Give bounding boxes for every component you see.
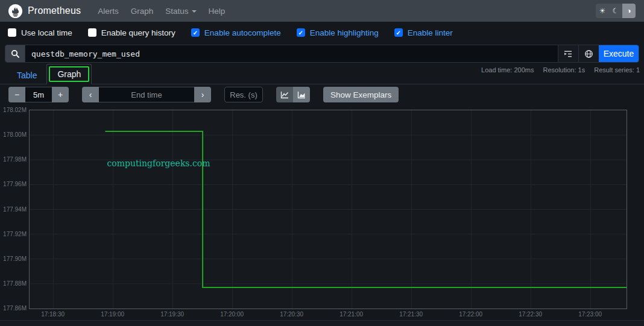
- brand[interactable]: Prometheus: [8, 4, 81, 18]
- x-tick-label: 17:19:00: [89, 311, 137, 318]
- dark-theme-button[interactable]: ☾: [609, 4, 622, 18]
- x-tick-label: 17:19:30: [148, 311, 197, 318]
- plot-area[interactable]: computingforgeeks.com: [29, 110, 627, 309]
- resolution-input[interactable]: [224, 87, 263, 102]
- query-bar: Execute: [5, 45, 639, 63]
- result-series-stat: Result series: 1: [594, 66, 640, 74]
- end-time-group: ‹ ›: [82, 87, 211, 102]
- moon-icon: ☾: [613, 7, 619, 15]
- enable-linter-checkbox[interactable]: Enable linter: [394, 28, 453, 37]
- panel-bottom-border: [0, 320, 644, 326]
- chevron-down-icon: [192, 10, 197, 13]
- resolution-stat: Resolution: 1s: [543, 66, 585, 74]
- y-tick-label: 178.02M: [3, 107, 27, 113]
- use-local-time-checkbox[interactable]: Use local time: [8, 28, 72, 37]
- y-tick-label: 177.98M: [3, 156, 27, 163]
- nav-item-alerts[interactable]: Alerts: [92, 7, 125, 16]
- y-tick-label: 177.86M: [3, 305, 27, 312]
- checkbox-icon: [394, 28, 403, 37]
- sun-icon: ☀: [599, 7, 606, 15]
- x-tick-label: 17:18:30: [29, 311, 77, 318]
- top-navbar: Prometheus Alerts Graph Status Help ☀ ☾ …: [0, 0, 644, 22]
- x-tick-label: 17:23:00: [566, 311, 614, 318]
- y-tick-label: 178.00M: [3, 131, 27, 138]
- nav-item-graph[interactable]: Graph: [125, 7, 160, 16]
- search-icon: [11, 49, 19, 58]
- circle-half-icon: ◑: [627, 7, 631, 15]
- checkbox-icon: [88, 28, 96, 37]
- decrease-range-button[interactable]: −: [8, 87, 25, 102]
- checkbox-icon: [297, 28, 305, 37]
- stacked-chart-button[interactable]: [293, 87, 310, 102]
- x-tick-label: 17:21:00: [327, 311, 376, 318]
- query-expression-input[interactable]: [25, 45, 558, 62]
- format-tree-icon: [564, 50, 573, 58]
- range-input-group: − +: [8, 87, 69, 102]
- checkbox-icon: [8, 28, 16, 37]
- watermark-text: computingforgeeks.com: [107, 158, 210, 168]
- x-tick-label: 17:20:00: [208, 311, 256, 318]
- x-tick-label: 17:22:30: [507, 311, 555, 318]
- auto-theme-button[interactable]: ◑: [622, 4, 636, 18]
- line-chart-button[interactable]: [276, 87, 293, 102]
- range-input[interactable]: [25, 87, 52, 102]
- y-tick-label: 177.96M: [3, 181, 27, 187]
- enable-highlighting-checkbox[interactable]: Enable highlighting: [297, 28, 379, 37]
- x-tick-label: 17:21:30: [387, 311, 435, 318]
- y-tick-label: 177.88M: [3, 280, 27, 287]
- stacked-chart-icon: [297, 91, 306, 99]
- brand-title: Prometheus: [28, 5, 81, 16]
- nav-menu: Alerts Graph Status Help: [92, 7, 231, 16]
- tab-graph[interactable]: Graph: [46, 64, 92, 84]
- tab-table[interactable]: Table: [7, 66, 46, 84]
- graph-controls: − + ‹ › Show Exemplars: [8, 87, 399, 102]
- chart-canvas: [30, 110, 627, 309]
- y-tick-label: 177.92M: [3, 231, 27, 237]
- y-tick-label: 177.94M: [3, 206, 27, 213]
- enable-query-history-checkbox[interactable]: Enable query history: [88, 28, 175, 37]
- execute-button[interactable]: Execute: [599, 45, 639, 62]
- show-exemplars-button[interactable]: Show Exemplars: [323, 87, 399, 102]
- format-expression-button[interactable]: [558, 45, 578, 62]
- time-back-button[interactable]: ‹: [82, 87, 99, 102]
- load-time-stat: Load time: 200ms: [481, 66, 534, 74]
- light-theme-button[interactable]: ☀: [596, 4, 609, 18]
- globe-icon: [584, 49, 593, 58]
- prometheus-logo-icon: [8, 4, 22, 18]
- x-tick-label: 17:20:30: [268, 311, 316, 318]
- enable-autocomplete-checkbox[interactable]: Enable autocomplete: [191, 28, 281, 37]
- checkbox-icon: [191, 28, 200, 37]
- time-forward-button[interactable]: ›: [194, 87, 211, 102]
- options-bar: Use local time Enable query history Enab…: [0, 22, 644, 43]
- end-time-input[interactable]: [99, 87, 194, 102]
- metrics-explorer-button[interactable]: [578, 45, 599, 62]
- line-chart-icon: [280, 91, 289, 99]
- chart-type-group: [276, 87, 310, 102]
- increase-range-button[interactable]: +: [52, 87, 69, 102]
- search-addon: [5, 45, 25, 62]
- y-tick-label: 177.90M: [3, 255, 27, 262]
- query-stats: Load time: 200ms Resolution: 1s Result s…: [481, 66, 640, 74]
- prometheus-app: Prometheus Alerts Graph Status Help ☀ ☾ …: [0, 0, 644, 326]
- nav-item-help[interactable]: Help: [203, 7, 232, 16]
- nav-item-status[interactable]: Status: [159, 7, 202, 16]
- x-tick-label: 17:22:00: [447, 311, 495, 318]
- theme-toggle-group: ☀ ☾ ◑: [596, 4, 636, 18]
